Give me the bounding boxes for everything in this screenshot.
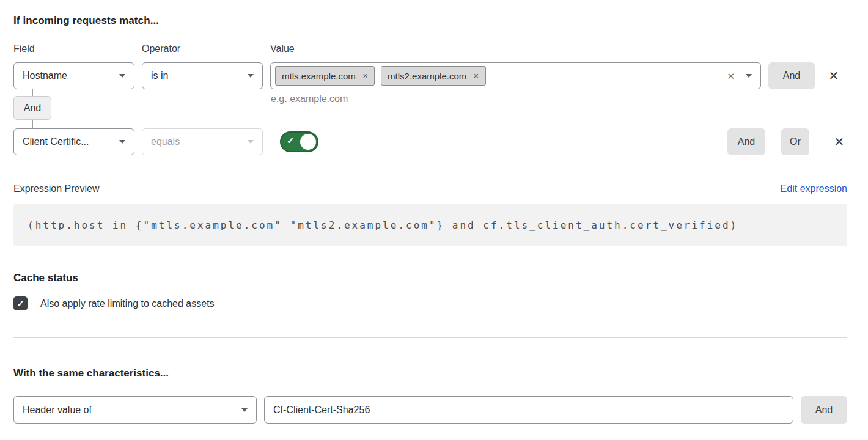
chevron-down-icon: [248, 74, 254, 78]
header-name-input[interactable]: [264, 396, 793, 424]
chevron-down-icon: [241, 408, 248, 412]
chevron-down-icon: [248, 140, 254, 144]
expression-header: Expression Preview Edit expression: [13, 183, 847, 194]
check-icon: ✓: [17, 299, 24, 308]
field-select-2-value: Client Certific...: [23, 136, 89, 147]
condition-row-2: Client Certific... equals ✓ And Or ✕: [13, 128, 847, 155]
value-tag-text: mtls.example.com: [282, 71, 356, 81]
value-multiselect[interactable]: mtls.example.com ✕ mtls2.example.com ✕ ✕: [270, 62, 761, 89]
add-and-condition-button[interactable]: And: [768, 62, 815, 89]
value-tag: mtls.example.com ✕: [275, 66, 375, 86]
connector-and-chip[interactable]: And: [13, 96, 51, 120]
condition-row-1: Hostname is in mtls.example.com ✕ mtls2.…: [13, 62, 847, 89]
characteristic-select[interactable]: Header value of: [13, 396, 257, 424]
expression-code: (http.host in {"mtls.example.com" "mtls2…: [13, 204, 847, 246]
add-characteristic-button[interactable]: And: [801, 396, 847, 424]
match-section-title: If incoming requests match...: [13, 15, 847, 27]
operator-select-1-value: is in: [151, 70, 168, 81]
chevron-down-icon: [119, 74, 125, 78]
expression-preview-label: Expression Preview: [13, 183, 100, 194]
field-select-2[interactable]: Client Certific...: [13, 128, 134, 155]
cached-assets-checkbox-label: Also apply rate limiting to cached asset…: [40, 298, 215, 309]
characteristics-row: Header value of And: [13, 396, 847, 424]
condition-labels: Field Operator Value: [13, 43, 847, 54]
edit-expression-link[interactable]: Edit expression: [781, 183, 847, 194]
connector-band: And e.g. example.com: [13, 89, 847, 128]
cache-status-title: Cache status: [13, 272, 847, 284]
add-or-condition-button[interactable]: Or: [781, 128, 809, 155]
chevron-down-icon: [119, 140, 125, 144]
delete-condition-icon[interactable]: ✕: [826, 62, 842, 89]
value-helper-text: e.g. example.com: [271, 94, 348, 105]
value-label: Value: [270, 43, 295, 54]
value-select-controls: ✕: [727, 72, 752, 81]
value-tag-text: mtls2.example.com: [388, 71, 466, 81]
add-and-condition-button[interactable]: And: [727, 128, 765, 155]
row-2-controls: And Or ✕: [727, 128, 847, 155]
operator-select-2-value: equals: [151, 136, 180, 147]
value-tag: mtls2.example.com ✕: [381, 66, 485, 86]
check-icon: ✓: [287, 135, 295, 146]
rate-limiting-rule-form: If incoming requests match... Field Oper…: [0, 0, 868, 440]
operator-select-2: equals: [142, 128, 263, 155]
cache-status-row: ✓ Also apply rate limiting to cached ass…: [13, 296, 847, 310]
connector-line: [32, 89, 33, 96]
chevron-down-icon[interactable]: [746, 74, 752, 78]
characteristics-title: With the same characteristics...: [13, 367, 847, 380]
remove-tag-icon[interactable]: ✕: [362, 72, 368, 80]
field-select-1-value: Hostname: [23, 70, 67, 81]
connector-column: And: [13, 89, 51, 128]
remove-tag-icon[interactable]: ✕: [473, 72, 479, 80]
operator-select-1[interactable]: is in: [142, 62, 263, 89]
cert-verified-toggle[interactable]: ✓: [280, 131, 318, 152]
clear-all-icon[interactable]: ✕: [727, 72, 735, 81]
connector-line: [32, 120, 33, 128]
cached-assets-checkbox[interactable]: ✓: [13, 296, 28, 310]
toggle-knob: [300, 134, 316, 150]
field-select-1[interactable]: Hostname: [13, 62, 134, 89]
operator-label: Operator: [142, 43, 270, 54]
field-label: Field: [13, 43, 142, 54]
section-divider: [13, 337, 847, 338]
characteristic-select-value: Header value of: [23, 405, 92, 416]
delete-condition-icon[interactable]: ✕: [831, 128, 847, 155]
